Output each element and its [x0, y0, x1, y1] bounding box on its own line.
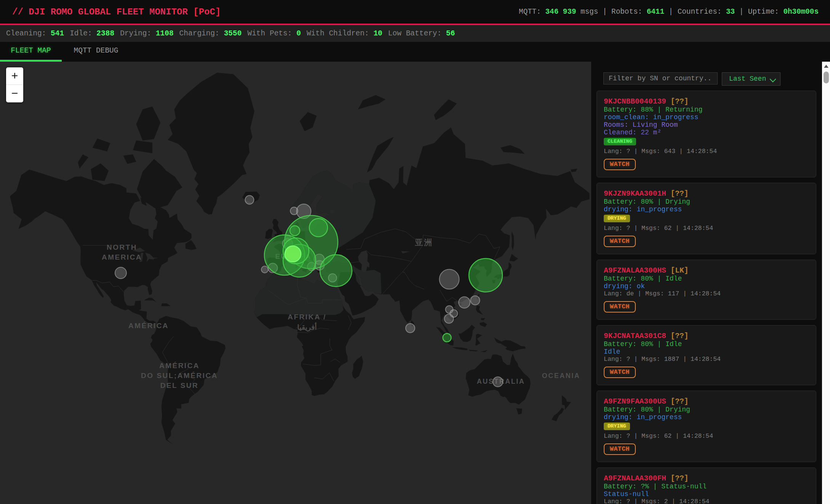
- svg-text:AFRIKA /: AFRIKA /: [288, 313, 326, 321]
- svg-text:أفريقيا: أفريقيا: [297, 322, 317, 332]
- svg-text:AMÉRICA: AMÉRICA: [128, 322, 169, 330]
- svg-text:AMÉRICA: AMÉRICA: [159, 362, 200, 370]
- svg-text:OCEANIA: OCEANIA: [542, 372, 581, 380]
- svg-text:AMERICA: AMERICA: [102, 253, 142, 261]
- svg-text:DEL SUR: DEL SUR: [160, 381, 199, 389]
- svg-text:DO SUL;AMÉRICA: DO SUL;AMÉRICA: [141, 372, 218, 380]
- svg-text:亚洲: 亚洲: [415, 238, 433, 247]
- svg-text:NORTH: NORTH: [107, 243, 137, 251]
